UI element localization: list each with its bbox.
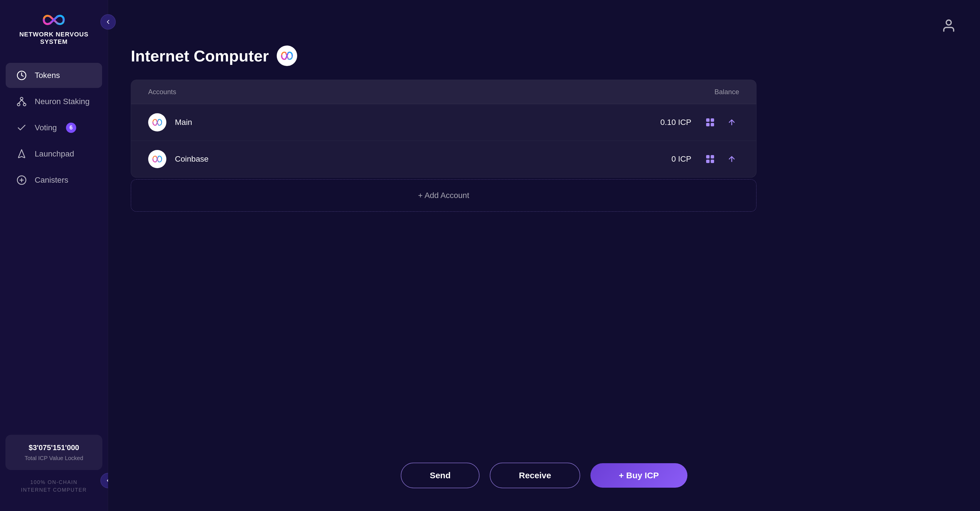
send-button[interactable]: Send	[401, 463, 479, 488]
table-row: Main 0.10 ICP	[131, 104, 756, 141]
sidebar-item-tokens[interactable]: Tokens	[6, 63, 102, 88]
sidebar-item-launchpad-label: Launchpad	[35, 150, 74, 159]
coinbase-account-icon	[148, 150, 166, 168]
total-locked-widget: $3'075'151'000 Total ICP Value Locked	[5, 435, 102, 470]
table-header: Accounts Balance	[131, 80, 756, 104]
receive-button[interactable]: Receive	[490, 463, 580, 488]
nns-logo-icon	[38, 11, 69, 29]
voting-badge: 6	[66, 123, 76, 133]
col-balance-header: Balance	[714, 88, 739, 96]
coinbase-account-send-button[interactable]	[724, 152, 739, 166]
sidebar-item-voting[interactable]: Voting 6	[6, 115, 102, 140]
token-logo	[277, 46, 297, 66]
table-row: Coinbase 0 ICP	[131, 141, 756, 177]
sidebar-item-canisters[interactable]: Canisters	[6, 167, 102, 193]
main-account-balance: 0.10 ICP	[660, 118, 691, 127]
logo-area: NETWORK NERVOUSSYSTEM	[19, 11, 88, 46]
main-account-qr-button[interactable]	[703, 115, 718, 130]
launchpad-icon	[15, 148, 28, 160]
sidebar-item-tokens-label: Tokens	[35, 71, 60, 80]
add-account-label: + Add Account	[418, 191, 469, 200]
buy-icp-label: + Buy ICP	[619, 471, 659, 480]
accounts-table: Accounts Balance	[131, 80, 756, 178]
sidebar-collapse-top-button[interactable]	[100, 14, 116, 30]
tokens-icon	[15, 69, 28, 82]
neuron-staking-icon	[15, 96, 28, 108]
add-account-button[interactable]: + Add Account	[131, 179, 756, 212]
main-content: Internet Computer	[108, 0, 980, 511]
buy-icp-button[interactable]: + Buy ICP	[590, 463, 687, 488]
total-locked-label: Total ICP Value Locked	[14, 455, 94, 462]
bottom-actions: Send Receive + Buy ICP	[401, 463, 687, 488]
coinbase-account-balance: 0 ICP	[671, 154, 691, 164]
sidebar-footer-line2: INTERNET COMPUTER	[21, 486, 87, 494]
main-account-send-button[interactable]	[724, 115, 739, 130]
col-accounts-header: Accounts	[148, 88, 176, 96]
svg-point-7	[946, 20, 951, 25]
sidebar-item-launchpad[interactable]: Launchpad	[6, 142, 102, 166]
main-account-icon	[148, 113, 166, 131]
coinbase-account-name: Coinbase	[175, 154, 671, 164]
logo-text: NETWORK NERVOUSSYSTEM	[19, 31, 88, 46]
coinbase-account-actions	[703, 152, 739, 166]
user-profile-button[interactable]	[940, 17, 957, 34]
total-locked-value: $3'075'151'000	[14, 443, 94, 452]
svg-line-5	[22, 100, 25, 103]
sidebar: NETWORK NERVOUSSYSTEM Tokens Neuron Stak…	[0, 0, 108, 511]
main-account-name: Main	[175, 118, 660, 127]
main-account-actions	[703, 115, 739, 130]
page-title: Internet Computer	[131, 47, 269, 65]
page-title-row: Internet Computer	[131, 46, 957, 66]
svg-line-4	[19, 100, 22, 103]
sidebar-item-canisters-label: Canisters	[35, 175, 68, 185]
canisters-icon	[15, 174, 28, 186]
sidebar-nav: Tokens Neuron Staking Voting 6	[0, 63, 108, 193]
coinbase-account-qr-button[interactable]	[703, 152, 718, 166]
top-bar	[131, 17, 957, 34]
sidebar-item-voting-label: Voting	[35, 123, 57, 132]
sidebar-footer: 100% on-chain INTERNET COMPUTER	[21, 479, 87, 494]
sidebar-item-neuron-staking[interactable]: Neuron Staking	[6, 89, 102, 114]
sidebar-item-neuron-staking-label: Neuron Staking	[35, 97, 89, 106]
sidebar-footer-line1: 100% on-chain	[21, 479, 87, 486]
icp-logo-svg	[279, 48, 295, 64]
voting-icon	[15, 121, 28, 134]
